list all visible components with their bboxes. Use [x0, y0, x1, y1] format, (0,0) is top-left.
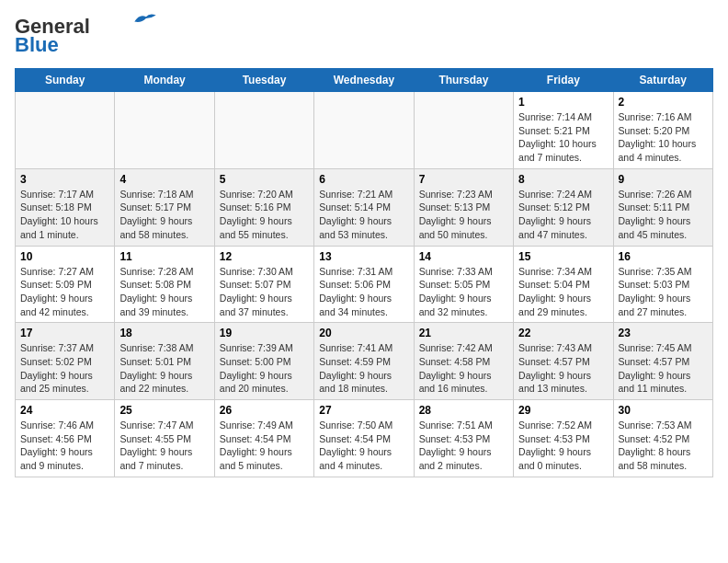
calendar-header-row: SundayMondayTuesdayWednesdayThursdayFrid…: [16, 69, 713, 92]
day-info: Sunrise: 7:41 AM Sunset: 4:59 PM Dayligh…: [319, 341, 408, 396]
day-info: Sunrise: 7:26 AM Sunset: 5:11 PM Dayligh…: [619, 188, 708, 242]
day-info: Sunrise: 7:33 AM Sunset: 5:05 PM Dayligh…: [419, 265, 508, 319]
day-info: Sunrise: 7:39 AM Sunset: 5:00 PM Dayligh…: [220, 341, 309, 396]
day-info: Sunrise: 7:50 AM Sunset: 4:54 PM Dayligh…: [319, 419, 408, 473]
weekday-header-wednesday: Wednesday: [314, 69, 414, 92]
calendar-cell: 30Sunrise: 7:53 AM Sunset: 4:52 PM Dayli…: [613, 400, 712, 477]
calendar-cell: 3Sunrise: 7:17 AM Sunset: 5:18 PM Daylig…: [16, 168, 115, 246]
day-info: Sunrise: 7:16 AM Sunset: 5:20 PM Dayligh…: [619, 110, 708, 165]
day-number: 16: [619, 250, 708, 263]
day-number: 3: [20, 173, 109, 186]
calendar-week-4: 17Sunrise: 7:37 AM Sunset: 5:02 PM Dayli…: [16, 323, 713, 400]
day-info: Sunrise: 7:45 AM Sunset: 4:57 PM Dayligh…: [619, 341, 708, 396]
weekday-header-thursday: Thursday: [414, 69, 513, 92]
day-number: 13: [319, 250, 408, 263]
day-info: Sunrise: 7:27 AM Sunset: 5:09 PM Dayligh…: [20, 265, 109, 319]
day-info: Sunrise: 7:53 AM Sunset: 4:52 PM Dayligh…: [619, 419, 708, 473]
calendar-cell: 2Sunrise: 7:16 AM Sunset: 5:20 PM Daylig…: [613, 92, 712, 169]
day-number: 20: [319, 327, 408, 339]
calendar-cell: 7Sunrise: 7:23 AM Sunset: 5:13 PM Daylig…: [414, 168, 513, 246]
weekday-header-friday: Friday: [514, 69, 613, 92]
logo: General Blue: [15, 15, 158, 57]
calendar-table: SundayMondayTuesdayWednesdayThursdayFrid…: [15, 68, 713, 477]
weekday-header-monday: Monday: [115, 69, 214, 92]
day-number: 4: [119, 173, 209, 186]
day-number: 18: [119, 327, 209, 339]
calendar-cell: 11Sunrise: 7:28 AM Sunset: 5:08 PM Dayli…: [115, 246, 214, 323]
day-number: 12: [220, 250, 309, 263]
day-info: Sunrise: 7:30 AM Sunset: 5:07 PM Dayligh…: [220, 265, 309, 319]
logo-blue: Blue: [15, 33, 59, 57]
calendar-cell: 9Sunrise: 7:26 AM Sunset: 5:11 PM Daylig…: [613, 168, 712, 246]
calendar-cell: 29Sunrise: 7:52 AM Sunset: 4:53 PM Dayli…: [514, 400, 613, 477]
day-number: 17: [20, 327, 109, 339]
calendar-cell: 22Sunrise: 7:43 AM Sunset: 4:57 PM Dayli…: [514, 323, 613, 400]
calendar-cell: 25Sunrise: 7:47 AM Sunset: 4:55 PM Dayli…: [115, 400, 214, 477]
calendar-cell: 23Sunrise: 7:45 AM Sunset: 4:57 PM Dayli…: [613, 323, 712, 400]
day-info: Sunrise: 7:52 AM Sunset: 4:53 PM Dayligh…: [518, 419, 608, 473]
day-number: 28: [419, 404, 508, 417]
calendar-cell: 17Sunrise: 7:37 AM Sunset: 5:02 PM Dayli…: [16, 323, 115, 400]
day-info: Sunrise: 7:47 AM Sunset: 4:55 PM Dayligh…: [119, 419, 209, 473]
calendar-cell: 5Sunrise: 7:20 AM Sunset: 5:16 PM Daylig…: [214, 168, 313, 246]
calendar-cell: 14Sunrise: 7:33 AM Sunset: 5:05 PM Dayli…: [414, 246, 513, 323]
calendar-cell: [314, 92, 414, 169]
day-info: Sunrise: 7:20 AM Sunset: 5:16 PM Dayligh…: [220, 188, 309, 242]
calendar-cell: 18Sunrise: 7:38 AM Sunset: 5:01 PM Dayli…: [115, 323, 214, 400]
day-number: 29: [518, 404, 608, 417]
day-info: Sunrise: 7:24 AM Sunset: 5:12 PM Dayligh…: [518, 188, 608, 242]
day-number: 8: [518, 173, 608, 186]
day-number: 24: [20, 404, 109, 417]
weekday-header-sunday: Sunday: [16, 69, 115, 92]
day-number: 6: [319, 173, 408, 186]
calendar-week-1: 1Sunrise: 7:14 AM Sunset: 5:21 PM Daylig…: [16, 92, 713, 169]
logo-bird-icon: [132, 10, 158, 27]
calendar-cell: 1Sunrise: 7:14 AM Sunset: 5:21 PM Daylig…: [514, 92, 613, 169]
weekday-header-saturday: Saturday: [613, 69, 712, 92]
calendar-week-5: 24Sunrise: 7:46 AM Sunset: 4:56 PM Dayli…: [16, 400, 713, 477]
day-number: 15: [518, 250, 608, 263]
day-number: 10: [20, 250, 109, 263]
calendar-cell: 10Sunrise: 7:27 AM Sunset: 5:09 PM Dayli…: [16, 246, 115, 323]
day-info: Sunrise: 7:37 AM Sunset: 5:02 PM Dayligh…: [20, 341, 109, 396]
calendar-cell: 21Sunrise: 7:42 AM Sunset: 4:58 PM Dayli…: [414, 323, 513, 400]
day-number: 30: [619, 404, 708, 417]
day-number: 1: [518, 96, 608, 109]
day-number: 21: [419, 327, 508, 339]
day-number: 25: [119, 404, 209, 417]
day-number: 9: [619, 173, 708, 186]
header: General Blue: [15, 15, 713, 57]
day-info: Sunrise: 7:35 AM Sunset: 5:03 PM Dayligh…: [619, 265, 708, 319]
calendar-cell: 19Sunrise: 7:39 AM Sunset: 5:00 PM Dayli…: [214, 323, 313, 400]
day-info: Sunrise: 7:17 AM Sunset: 5:18 PM Dayligh…: [20, 188, 109, 242]
calendar-cell: 20Sunrise: 7:41 AM Sunset: 4:59 PM Dayli…: [314, 323, 414, 400]
day-number: 5: [220, 173, 309, 186]
calendar-cell: 28Sunrise: 7:51 AM Sunset: 4:53 PM Dayli…: [414, 400, 513, 477]
calendar-cell: 12Sunrise: 7:30 AM Sunset: 5:07 PM Dayli…: [214, 246, 313, 323]
day-info: Sunrise: 7:31 AM Sunset: 5:06 PM Dayligh…: [319, 265, 408, 319]
day-info: Sunrise: 7:51 AM Sunset: 4:53 PM Dayligh…: [419, 419, 508, 473]
day-number: 11: [119, 250, 209, 263]
day-info: Sunrise: 7:28 AM Sunset: 5:08 PM Dayligh…: [119, 265, 209, 319]
calendar-cell: 27Sunrise: 7:50 AM Sunset: 4:54 PM Dayli…: [314, 400, 414, 477]
calendar-cell: 24Sunrise: 7:46 AM Sunset: 4:56 PM Dayli…: [16, 400, 115, 477]
day-info: Sunrise: 7:46 AM Sunset: 4:56 PM Dayligh…: [20, 419, 109, 473]
day-info: Sunrise: 7:42 AM Sunset: 4:58 PM Dayligh…: [419, 341, 508, 396]
calendar-cell: 13Sunrise: 7:31 AM Sunset: 5:06 PM Dayli…: [314, 246, 414, 323]
calendar-cell: 15Sunrise: 7:34 AM Sunset: 5:04 PM Dayli…: [514, 246, 613, 323]
day-number: 27: [319, 404, 408, 417]
day-info: Sunrise: 7:14 AM Sunset: 5:21 PM Dayligh…: [518, 110, 608, 165]
calendar-week-3: 10Sunrise: 7:27 AM Sunset: 5:09 PM Dayli…: [16, 246, 713, 323]
calendar-cell: 16Sunrise: 7:35 AM Sunset: 5:03 PM Dayli…: [613, 246, 712, 323]
day-info: Sunrise: 7:49 AM Sunset: 4:54 PM Dayligh…: [220, 419, 309, 473]
calendar-cell: 26Sunrise: 7:49 AM Sunset: 4:54 PM Dayli…: [214, 400, 313, 477]
calendar-cell: [214, 92, 313, 169]
day-info: Sunrise: 7:43 AM Sunset: 4:57 PM Dayligh…: [518, 341, 608, 396]
day-info: Sunrise: 7:18 AM Sunset: 5:17 PM Dayligh…: [119, 188, 209, 242]
day-number: 2: [619, 96, 708, 109]
day-number: 22: [518, 327, 608, 339]
day-info: Sunrise: 7:23 AM Sunset: 5:13 PM Dayligh…: [419, 188, 508, 242]
calendar-cell: [115, 92, 214, 169]
day-info: Sunrise: 7:34 AM Sunset: 5:04 PM Dayligh…: [518, 265, 608, 319]
calendar-cell: 6Sunrise: 7:21 AM Sunset: 5:14 PM Daylig…: [314, 168, 414, 246]
